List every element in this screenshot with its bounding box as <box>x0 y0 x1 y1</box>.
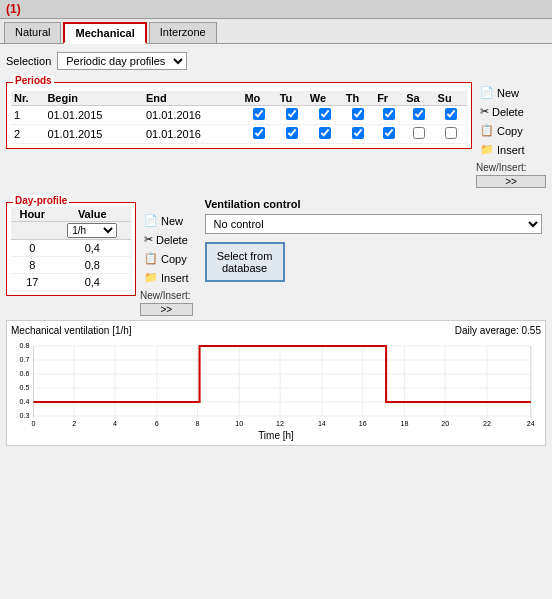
dp-arrow-button[interactable]: >> <box>140 303 193 316</box>
svg-text:24: 24 <box>527 420 535 427</box>
svg-text:10: 10 <box>235 420 243 427</box>
dp-insert-icon: 📁 <box>144 271 158 284</box>
svg-text:0.7: 0.7 <box>19 356 29 363</box>
col-end: End <box>143 91 242 106</box>
day-profile-buttons: 📄 New ✂ Delete 📋 Copy 📁 Insert New/Inser… <box>140 194 193 316</box>
svg-text:0.5: 0.5 <box>19 384 29 391</box>
svg-text:0.3: 0.3 <box>19 412 29 419</box>
periods-new-insert-label: New/Insert: <box>476 162 546 173</box>
tab-interzone[interactable]: Interzone <box>149 22 217 43</box>
ventilation-control-section: Ventilation control No control CO2 contr… <box>201 194 546 316</box>
chart-daily-average: Daily average: 0.55 <box>455 325 541 336</box>
chart-container: 0.8 0.7 0.6 0.5 0.4 0.3 <box>11 338 541 428</box>
tab-natural[interactable]: Natural <box>4 22 61 43</box>
new-icon: 📄 <box>480 86 494 99</box>
dp-insert-button[interactable]: 📁 Insert <box>140 269 193 286</box>
dp-delete-button[interactable]: ✂ Delete <box>140 231 193 248</box>
col-fr: Fr <box>374 91 403 106</box>
dp-new-button[interactable]: 📄 New <box>140 212 193 229</box>
dp-copy-button[interactable]: 📋 Copy <box>140 250 193 267</box>
col-tu: Tu <box>277 91 307 106</box>
selection-label: Selection <box>6 55 51 67</box>
vent-control-label: Ventilation control <box>205 198 542 210</box>
periods-insert-button[interactable]: 📁 Insert <box>476 141 546 158</box>
col-th: Th <box>343 91 374 106</box>
day-profile-section: Day-profile Hour Value <box>6 202 136 296</box>
tab-mechanical[interactable]: Mechanical <box>63 22 146 44</box>
periods-label: Periods <box>13 75 54 86</box>
svg-text:2: 2 <box>72 420 76 427</box>
periods-copy-button[interactable]: 📋 Copy <box>476 122 546 139</box>
table-row[interactable]: 101.01.201501.01.2016 <box>11 106 467 125</box>
svg-text:8: 8 <box>196 420 200 427</box>
table-row[interactable]: 170,4 <box>11 274 131 291</box>
col-nr: Nr. <box>11 91 44 106</box>
dp-delete-icon: ✂ <box>144 233 153 246</box>
day-profile-table: Hour Value 1/h m³/h ACH <box>11 207 131 291</box>
svg-text:0.6: 0.6 <box>19 370 29 377</box>
tab-bar: Natural Mechanical Interzone <box>0 19 552 44</box>
chart-svg: 0.8 0.7 0.6 0.5 0.4 0.3 <box>11 338 541 428</box>
table-row[interactable]: 80,8 <box>11 257 131 274</box>
svg-text:0.4: 0.4 <box>19 398 29 405</box>
chart-header: Mechanical ventilation [1/h] Daily avera… <box>11 325 541 336</box>
svg-text:4: 4 <box>113 420 117 427</box>
chart-x-label: Time [h] <box>11 430 541 441</box>
periods-section: Periods Nr. Begin End Mo Tu We Th Fr Sa … <box>6 82 472 149</box>
periods-table: Nr. Begin End Mo Tu We Th Fr Sa Su 101.0… <box>11 91 467 144</box>
svg-text:16: 16 <box>359 420 367 427</box>
periods-buttons: 📄 New ✂ Delete 📋 Copy 📁 Insert New/Inser… <box>476 74 546 188</box>
periods-new-button[interactable]: 📄 New <box>476 84 546 101</box>
periods-arrow-button[interactable]: >> <box>476 175 546 188</box>
vent-control-dropdown[interactable]: No control CO2 control Temperature contr… <box>205 214 542 234</box>
chart-area: Mechanical ventilation [1/h] Daily avera… <box>6 320 546 446</box>
dp-col-value: Value <box>54 207 131 222</box>
svg-text:14: 14 <box>318 420 326 427</box>
chart-title: Mechanical ventilation [1/h] <box>11 325 132 336</box>
table-row[interactable]: 00,4 <box>11 240 131 257</box>
svg-text:20: 20 <box>441 420 449 427</box>
col-mo: Mo <box>241 91 276 106</box>
col-su: Su <box>435 91 467 106</box>
col-we: We <box>307 91 343 106</box>
title-bar: (1) <box>0 0 552 19</box>
day-profile-label: Day-profile <box>13 195 69 206</box>
svg-text:0.8: 0.8 <box>19 342 29 349</box>
col-sa: Sa <box>403 91 434 106</box>
copy-icon: 📋 <box>480 124 494 137</box>
svg-text:6: 6 <box>155 420 159 427</box>
col-begin: Begin <box>44 91 143 106</box>
periods-delete-button[interactable]: ✂ Delete <box>476 103 546 120</box>
dp-copy-icon: 📋 <box>144 252 158 265</box>
window-title: (1) <box>6 2 21 16</box>
selection-dropdown[interactable]: Periodic day profiles Constant Scheduled <box>57 52 187 70</box>
dp-col-hour: Hour <box>11 207 54 222</box>
selection-row: Selection Periodic day profiles Constant… <box>6 52 546 70</box>
svg-text:0: 0 <box>31 420 35 427</box>
select-db-label: Select from database <box>217 250 273 274</box>
select-from-database-button[interactable]: Select from database <box>205 242 285 282</box>
svg-text:18: 18 <box>400 420 408 427</box>
insert-icon: 📁 <box>480 143 494 156</box>
dp-new-insert-label: New/Insert: <box>140 290 193 301</box>
svg-text:22: 22 <box>483 420 491 427</box>
table-row[interactable]: 201.01.201501.01.2016 <box>11 125 467 144</box>
delete-icon: ✂ <box>480 105 489 118</box>
dp-new-icon: 📄 <box>144 214 158 227</box>
svg-text:12: 12 <box>276 420 284 427</box>
dp-unit-select[interactable]: 1/h m³/h ACH <box>67 223 117 238</box>
